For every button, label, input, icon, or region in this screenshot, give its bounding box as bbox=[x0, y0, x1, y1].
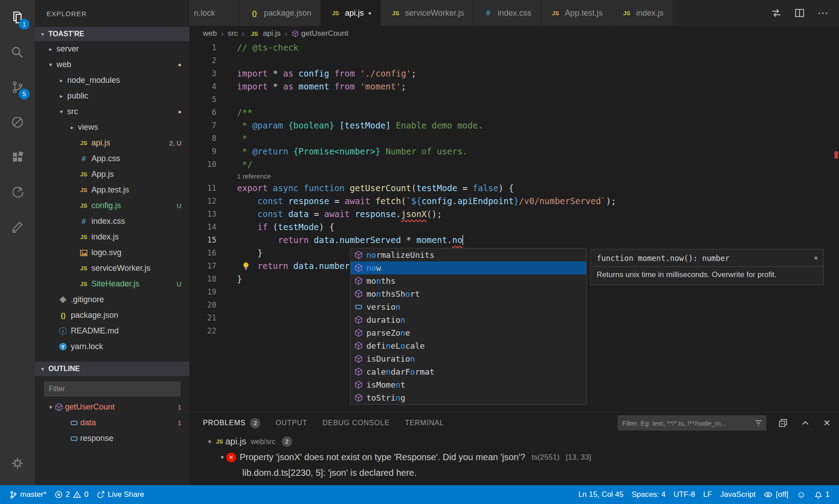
tree-item-app-css[interactable]: # App.css bbox=[35, 151, 189, 167]
problems-filter-input[interactable] bbox=[622, 419, 754, 427]
code-lens-references[interactable]: 1 reference bbox=[237, 171, 839, 182]
tab-package-json[interactable]: {} package.json bbox=[240, 0, 321, 26]
problems-error-row[interactable]: ▾ ✕ Property 'jsonX' does not exist on t… bbox=[189, 449, 839, 465]
suggest-item-parsezone[interactable]: parseZone bbox=[351, 326, 586, 339]
suggest-item-normalizeunits[interactable]: normalizeUnits bbox=[351, 248, 586, 261]
screencast-status[interactable]: [off] bbox=[760, 490, 792, 499]
split-editor-icon[interactable] bbox=[794, 8, 805, 18]
suggest-item-isduration[interactable]: isDuration bbox=[351, 352, 586, 365]
tree-item-serviceworker-js[interactable]: JS serviceWorker.js bbox=[35, 261, 189, 276]
tree-item-yarn-lock[interactable]: Y yarn.lock bbox=[35, 339, 189, 355]
breadcrumb-item-web[interactable]: web bbox=[203, 29, 217, 38]
tree-item-app-js[interactable]: JS App.js bbox=[35, 167, 189, 182]
feedback-status[interactable]: ☺ bbox=[792, 489, 810, 500]
suggest-item-ismoment[interactable]: isMoment bbox=[351, 378, 586, 391]
tree-item-config-js[interactable]: JS config.js U bbox=[35, 198, 189, 214]
activity-edit-button[interactable] bbox=[0, 209, 35, 244]
notifications-status[interactable]: 1 bbox=[810, 490, 834, 499]
suggest-item-now[interactable]: now bbox=[351, 261, 586, 274]
tree-item-node-modules[interactable]: ▸ node_modules bbox=[35, 73, 189, 88]
close-panel-icon[interactable]: ✕ bbox=[823, 418, 831, 428]
activity-debug-button[interactable] bbox=[0, 105, 35, 140]
tab-yarn-lock[interactable]: n.lock bbox=[189, 0, 240, 26]
filter-icon[interactable] bbox=[754, 419, 763, 427]
manage-settings-button[interactable] bbox=[0, 446, 35, 481]
section-header-project[interactable]: ▾ TOAST'RE bbox=[35, 27, 189, 41]
code-line[interactable]: 7 * @param {boolean} [testMode] Enable d… bbox=[189, 119, 839, 132]
tree-item-server[interactable]: ▸ server bbox=[35, 41, 189, 57]
tree-item-gitignore[interactable]: .gitignore bbox=[35, 292, 189, 308]
code-line[interactable]: 12 const response = await fetch(`${confi… bbox=[189, 195, 839, 208]
code-line[interactable]: 2 bbox=[189, 54, 839, 67]
tree-item-src[interactable]: ▾ src ● bbox=[35, 104, 189, 120]
dirty-dot-icon[interactable]: ● bbox=[368, 10, 371, 16]
open-changes-icon[interactable] bbox=[771, 8, 782, 18]
language-mode-status[interactable]: JavaScript bbox=[716, 490, 760, 499]
outline-item-response[interactable]: response bbox=[35, 431, 189, 446]
suggest-item-duration[interactable]: duration bbox=[351, 313, 586, 326]
suggest-item-monthsshort[interactable]: monthsShort bbox=[351, 287, 586, 300]
close-icon[interactable]: ✕ bbox=[814, 254, 818, 262]
code-line[interactable]: 10 */ bbox=[189, 158, 839, 171]
tree-item-index-css[interactable]: # index.css bbox=[35, 214, 189, 229]
tree-item-web[interactable]: ▾ web ● bbox=[35, 57, 189, 73]
code-line[interactable]: 3import * as config from './config'; bbox=[189, 67, 839, 80]
section-header-outline[interactable]: ▾ OUTLINE bbox=[35, 362, 189, 376]
code-line[interactable]: 4import * as moment from 'moment'; bbox=[189, 80, 839, 93]
code-line[interactable]: 13 const data = await response.jsonX(); bbox=[189, 208, 839, 221]
tree-item-api-js[interactable]: JS api.js 2, U bbox=[35, 135, 189, 151]
code-line[interactable]: 6/** bbox=[189, 106, 839, 119]
tab-serviceworker-js[interactable]: JS serviceWorker.js bbox=[381, 0, 473, 26]
tree-item-app-test-js[interactable]: JS App.test.js bbox=[35, 182, 189, 198]
code-line[interactable]: 14 if (testMode) { bbox=[189, 221, 839, 234]
collapse-all-icon[interactable] bbox=[778, 418, 788, 428]
breadcrumb-item-api-js[interactable]: JS api.js bbox=[249, 29, 281, 38]
tree-item-package-json[interactable]: {} package.json bbox=[35, 308, 189, 323]
maximize-panel-icon[interactable] bbox=[800, 418, 810, 428]
suggest-item-version[interactable]: version bbox=[351, 300, 586, 313]
tree-item-readme-md[interactable]: i README.md bbox=[35, 323, 189, 339]
breadcrumb-item-src[interactable]: src bbox=[228, 29, 238, 38]
outline-item-getusercount[interactable]: ▾ getUserCount 1 bbox=[35, 399, 189, 415]
problems-status[interactable]: 2 0 bbox=[51, 485, 93, 504]
activity-source-control-button[interactable]: 5 bbox=[0, 70, 35, 105]
problems-related-row[interactable]: lib.dom.d.ts[2230, 5]: 'json' is declare… bbox=[189, 465, 839, 481]
suggest-item-definelocale[interactable]: defineLocale bbox=[351, 339, 586, 352]
suggest-item-calendarformat[interactable]: calendarFormat bbox=[351, 365, 586, 378]
activity-extensions-button[interactable] bbox=[0, 140, 35, 175]
suggest-item-months[interactable]: months bbox=[351, 274, 586, 287]
branch-status[interactable]: master* bbox=[5, 485, 51, 504]
code-line[interactable]: 11export async function getUserCount(tes… bbox=[189, 182, 839, 195]
tab-terminal[interactable]: TERMINAL bbox=[405, 419, 444, 427]
tab-index-css[interactable]: # index.css bbox=[473, 0, 541, 26]
outline-item-data[interactable]: data 1 bbox=[35, 415, 189, 431]
code-line-active[interactable]: 15 return data.numberServed * moment.no bbox=[189, 234, 839, 247]
live-share-status[interactable]: Live Share bbox=[93, 485, 148, 504]
problems-file-row[interactable]: ▾ JS api.js web/src 2 bbox=[189, 434, 839, 449]
tree-item-siteheader-js[interactable]: JS SiteHeader.js U bbox=[35, 276, 189, 292]
tree-item-views[interactable]: ▸ views bbox=[35, 120, 189, 135]
tab-problems[interactable]: PROBLEMS 2 bbox=[203, 418, 260, 428]
tree-item-logo-svg[interactable]: logo.svg bbox=[35, 245, 189, 261]
code-line[interactable]: 9 * @return {Promise<number>} Number of … bbox=[189, 145, 839, 158]
suggest-item-tostring[interactable]: toString bbox=[351, 391, 586, 404]
eol-status[interactable]: LF bbox=[699, 490, 716, 499]
code-line[interactable]: 1// @ts-check bbox=[189, 41, 839, 54]
tab-debug-console[interactable]: DEBUG CONSOLE bbox=[323, 419, 390, 427]
encoding-status[interactable]: UTF-8 bbox=[670, 490, 699, 499]
activity-explorer-button[interactable]: 1 bbox=[0, 0, 35, 35]
tab-output[interactable]: OUTPUT bbox=[275, 419, 307, 427]
tree-item-index-js[interactable]: JS index.js bbox=[35, 229, 189, 245]
tab-api-js[interactable]: JS api.js ● bbox=[321, 0, 381, 26]
activity-live-share-button[interactable] bbox=[0, 175, 35, 209]
tab-app-test-js[interactable]: JS App.test.js bbox=[541, 0, 612, 26]
activity-search-button[interactable] bbox=[0, 35, 35, 70]
tab-index-js[interactable]: JS index.js bbox=[612, 0, 673, 26]
outline-filter-input[interactable] bbox=[44, 381, 181, 397]
breadcrumb-item-getusercount[interactable]: getUserCount bbox=[292, 29, 349, 38]
code-line[interactable]: 8 * bbox=[189, 132, 839, 145]
indentation-status[interactable]: Spaces: 4 bbox=[628, 490, 670, 499]
tree-item-public[interactable]: ▸ public bbox=[35, 88, 189, 104]
cursor-position-status[interactable]: Ln 15, Col 45 bbox=[574, 490, 628, 499]
code-line[interactable]: 5 bbox=[189, 93, 839, 106]
